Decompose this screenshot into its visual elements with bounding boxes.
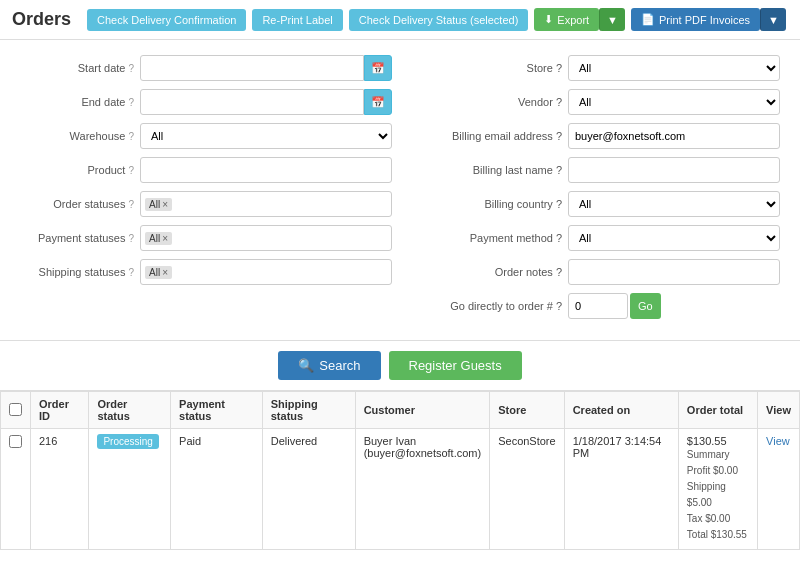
pdf-button-group: 📄 Print PDF Invoices ▼	[631, 8, 786, 31]
download-icon: ⬇	[544, 13, 553, 26]
payment-statuses-tag-remove[interactable]: ×	[162, 233, 168, 244]
order-notes-control	[568, 259, 780, 285]
order-statuses-tag-input[interactable]: All ×	[140, 191, 392, 217]
warehouse-control: All	[140, 123, 392, 149]
billing-country-help-icon[interactable]: ?	[556, 198, 562, 210]
start-date-label: Start date ?	[20, 62, 140, 74]
start-date-input[interactable]	[140, 55, 364, 81]
billing-country-select[interactable]: All	[568, 191, 780, 217]
select-all-checkbox[interactable]	[9, 403, 22, 416]
end-date-calendar-button[interactable]: 📅	[364, 89, 392, 115]
order-statuses-row: Order statuses ? All ×	[20, 190, 392, 218]
shipping-statuses-tag-input[interactable]: All ×	[140, 259, 392, 285]
order-statuses-tag: All ×	[145, 198, 172, 211]
warehouse-select[interactable]: All	[140, 123, 392, 149]
payment-statuses-tag-input[interactable]: All ×	[140, 225, 392, 251]
customer-email: (buyer@foxnetsoft.com)	[364, 447, 482, 459]
product-label: Product ?	[20, 164, 140, 176]
payment-statuses-help-icon[interactable]: ?	[128, 233, 134, 244]
row-shipping-status: Delivered	[262, 429, 355, 550]
go-to-order-label: Go directly to order # ?	[408, 300, 568, 312]
start-date-control: 📅	[140, 55, 392, 81]
order-statuses-help-icon[interactable]: ?	[128, 199, 134, 210]
export-dropdown-button[interactable]: ▼	[599, 8, 625, 31]
row-created-on: 1/18/2017 3:14:54 PM	[564, 429, 678, 550]
shipping-statuses-help-icon[interactable]: ?	[128, 267, 134, 278]
col-order-id: Order ID	[31, 392, 89, 429]
print-pdf-button[interactable]: 📄 Print PDF Invoices	[631, 8, 760, 31]
payment-method-row: Payment method ? All	[408, 224, 780, 252]
end-date-help-icon[interactable]: ?	[128, 97, 134, 108]
col-payment-status: Payment status	[171, 392, 263, 429]
row-checkbox[interactable]	[9, 435, 22, 448]
store-help-icon[interactable]: ?	[556, 62, 562, 74]
start-date-calendar-button[interactable]: 📅	[364, 55, 392, 81]
search-button[interactable]: 🔍 Search	[278, 351, 380, 380]
product-input[interactable]	[140, 157, 392, 183]
payment-statuses-row: Payment statuses ? All ×	[20, 224, 392, 252]
billing-last-name-input[interactable]	[568, 157, 780, 183]
store-select[interactable]: All	[568, 55, 780, 81]
row-checkbox-cell	[1, 429, 31, 550]
row-order-total: $130.55 SummaryProfit $0.00Shipping $5.0…	[678, 429, 757, 550]
reprint-label-button[interactable]: Re-Print Label	[252, 9, 342, 31]
shipping-statuses-row: Shipping statuses ? All ×	[20, 258, 392, 286]
end-date-input[interactable]	[140, 89, 364, 115]
filter-right: Store ? All Vendor ?	[400, 50, 788, 330]
col-created-on: Created on	[564, 392, 678, 429]
select-all-col	[1, 392, 31, 429]
orders-table: Order ID Order status Payment status Shi…	[0, 391, 800, 550]
row-view: View	[758, 429, 800, 550]
shipping-statuses-tag-remove[interactable]: ×	[162, 267, 168, 278]
store-label: Store ?	[408, 62, 568, 74]
register-guests-button[interactable]: Register Guests	[389, 351, 522, 380]
row-store: SeconStore	[490, 429, 564, 550]
order-statuses-tag-remove[interactable]: ×	[162, 199, 168, 210]
view-link[interactable]: View	[766, 435, 790, 447]
go-to-order-help-icon[interactable]: ?	[556, 300, 562, 312]
product-help-icon[interactable]: ?	[128, 165, 134, 176]
vendor-help-icon[interactable]: ?	[556, 96, 562, 108]
filter-area: Start date ? 📅 End date ?	[0, 40, 800, 341]
billing-email-help-icon[interactable]: ?	[556, 130, 562, 142]
warehouse-label: Warehouse ?	[20, 130, 140, 142]
payment-method-select[interactable]: All	[568, 225, 780, 251]
payment-method-help-icon[interactable]: ?	[556, 232, 562, 244]
action-row: 🔍 Search Register Guests	[0, 341, 800, 391]
col-order-total: Order total	[678, 392, 757, 429]
payment-method-label: Payment method ?	[408, 232, 568, 244]
go-button[interactable]: Go	[630, 293, 661, 319]
table-row: 216 Processing Paid Delivered Buyer Ivan…	[1, 429, 800, 550]
warehouse-row: Warehouse ? All	[20, 122, 392, 150]
start-date-help-icon[interactable]: ?	[128, 63, 134, 74]
pdf-dropdown-button[interactable]: ▼	[760, 8, 786, 31]
pdf-icon: 📄	[641, 13, 655, 26]
vendor-label: Vendor ?	[408, 96, 568, 108]
end-date-control: 📅	[140, 89, 392, 115]
export-button-group: ⬇ Export ▼	[534, 8, 625, 31]
order-notes-row: Order notes ?	[408, 258, 780, 286]
go-to-order-row: Go directly to order # ? Go	[408, 292, 780, 320]
page-header: Orders Check Delivery Confirmation Re-Pr…	[0, 0, 800, 40]
order-notes-input[interactable]	[568, 259, 780, 285]
order-notes-help-icon[interactable]: ?	[556, 266, 562, 278]
go-to-order-control: Go	[568, 293, 780, 319]
check-status-button[interactable]: Check Delivery Status (selected)	[349, 9, 529, 31]
col-view: View	[758, 392, 800, 429]
export-button[interactable]: ⬇ Export	[534, 8, 599, 31]
go-to-order-input[interactable]	[568, 293, 628, 319]
payment-statuses-control: All ×	[140, 225, 392, 251]
shipping-statuses-control: All ×	[140, 259, 392, 285]
billing-email-label: Billing email address ?	[408, 130, 568, 142]
search-icon: 🔍	[298, 358, 314, 373]
billing-country-row: Billing country ? All	[408, 190, 780, 218]
check-delivery-button[interactable]: Check Delivery Confirmation	[87, 9, 246, 31]
billing-email-input[interactable]	[568, 123, 780, 149]
payment-statuses-tag: All ×	[145, 232, 172, 245]
billing-last-name-help-icon[interactable]: ?	[556, 164, 562, 176]
shipping-statuses-tag: All ×	[145, 266, 172, 279]
warehouse-help-icon[interactable]: ?	[128, 131, 134, 142]
col-shipping-status: Shipping status	[262, 392, 355, 429]
vendor-select[interactable]: All	[568, 89, 780, 115]
page-title: Orders	[12, 9, 71, 30]
